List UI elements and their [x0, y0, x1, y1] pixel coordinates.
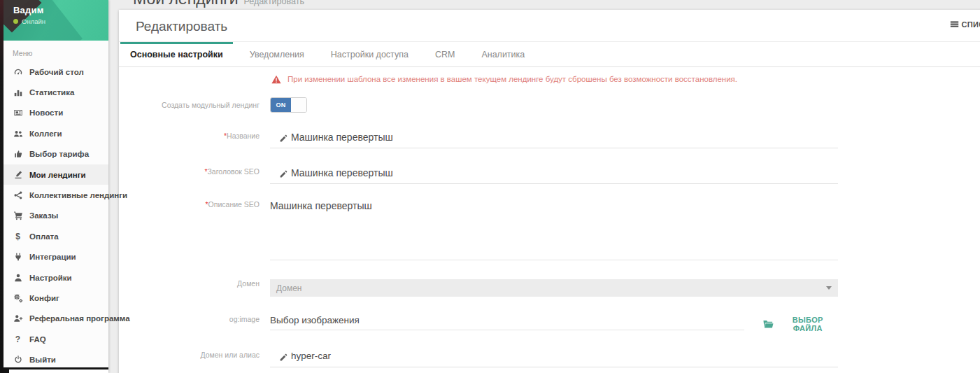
field-label: Создать модульный лендинг [119, 101, 264, 110]
warning-banner: При изменении шаблона все изменения в ва… [271, 73, 980, 85]
seo-description-textarea[interactable]: Машинка перевертыш [270, 200, 838, 260]
sidebar-footer [3, 367, 108, 373]
users-icon [13, 128, 23, 139]
modular-landing-row: Создать модульный лендинг ON [119, 97, 980, 113]
sidebar-item-label: FAQ [29, 335, 46, 344]
dollar-icon: $ [13, 232, 23, 241]
tab-label: Аналитика [481, 50, 525, 59]
sidebar-item-colleagues[interactable]: Коллеги [3, 123, 108, 143]
seo-title-row: *Заголовок SEO Машинка перевертыш [119, 167, 980, 184]
page-title: Мои лендинги [133, 0, 239, 8]
tab-label: Настройки доступа [331, 50, 409, 59]
og-image-row: og:image Выбор изображения ВЫБОР ФАЙЛА [119, 315, 980, 330]
page-subtitle: Редактировать [244, 0, 304, 6]
sidebar-item-settings[interactable]: Настройки [3, 267, 108, 288]
sidebar-item-news[interactable]: Новости [3, 103, 108, 123]
profile-status-label: Онлайн [22, 17, 45, 25]
pencil-icon [279, 134, 288, 143]
pencil-icon [279, 169, 288, 178]
user-icon [13, 272, 23, 283]
thumb-up-icon [13, 149, 23, 160]
sidebar-item-label: Мои лендинги [29, 171, 86, 179]
warning-icon [271, 75, 281, 84]
tab-crm[interactable]: CRM [425, 42, 464, 66]
tab-main-settings[interactable]: Основные настройки [120, 42, 233, 66]
profile-header[interactable]: Вадим Онлайн [3, 0, 108, 41]
tab-notifications[interactable]: Уведомления [240, 42, 314, 66]
card-header: Редактировать СПИСОК [119, 10, 980, 42]
card-title: Редактировать [136, 19, 227, 34]
gears-icon [13, 293, 23, 303]
sidebar-item-statistics[interactable]: Статистика [3, 82, 108, 102]
choose-file-label: ВЫБОР ФАЙЛА [778, 316, 839, 332]
pencil-icon [279, 353, 288, 362]
sidebar-item-referral[interactable]: Реферальная программа [3, 309, 108, 329]
domain-select-value: Домен [276, 283, 302, 293]
field-label: *Заголовок SEO [119, 167, 264, 184]
sidebar-item-faq[interactable]: ? FAQ [3, 329, 108, 349]
toggle-on-segment: ON [271, 98, 291, 112]
sidebar-item-label: Статистика [29, 88, 74, 97]
sidebar: Вадим Онлайн Меню Рабочий стол Статистик… [3, 0, 108, 373]
sidebar-item-label: Рабочий стол [29, 68, 84, 76]
sidebar-item-label: Конфиг [29, 294, 59, 302]
newspaper-icon [13, 108, 23, 118]
name-input[interactable]: Машинка перевертыш [270, 132, 838, 148]
sidebar-item-my-landings[interactable]: Мои лендинги [3, 164, 108, 185]
bar-chart-icon [13, 87, 23, 98]
plug-icon [13, 252, 23, 262]
sidebar-item-dashboard[interactable]: Рабочий стол [3, 62, 108, 82]
sidebar-item-orders[interactable]: Заказы [3, 206, 108, 226]
sidebar-footer-panel [9, 370, 108, 373]
seo-title-input[interactable]: Машинка перевертыш [270, 167, 838, 184]
sidebar-item-tariff[interactable]: Выбор тарифа [3, 144, 108, 164]
sidebar-item-label: Выбор тарифа [29, 150, 89, 158]
tab-analytics[interactable]: Аналитика [471, 42, 534, 66]
main-area: Мои лендингиРедактировать Редактировать … [108, 0, 980, 373]
form-content: При изменении шаблона все изменения в ва… [119, 67, 980, 367]
window-edge [0, 0, 3, 373]
power-icon [13, 355, 23, 365]
og-image-input[interactable]: Выбор изображения [270, 315, 744, 330]
name-row: *Название Машинка перевертыш [119, 132, 980, 148]
tab-label: Основные настройки [130, 50, 223, 59]
sidebar-item-label: Интеграции [29, 253, 76, 261]
edit-landing-icon [13, 169, 23, 180]
online-dot-icon [13, 19, 18, 24]
list-button-label: СПИСОК [962, 20, 980, 29]
sidebar-menu: Рабочий стол Статистика Новости Коллеги … [3, 62, 108, 370]
cart-icon [13, 211, 23, 221]
toggle-knob [291, 98, 306, 112]
tab-label: CRM [435, 50, 455, 59]
modular-landing-toggle[interactable]: ON [270, 97, 307, 113]
domain-row: Домен Домен [119, 279, 980, 297]
breadcrumb: Мои лендингиРедактировать [133, 0, 304, 8]
sidebar-item-config[interactable]: Конфиг [3, 288, 108, 308]
sidebar-item-label: Оплата [29, 232, 59, 241]
sidebar-item-label: Реферальная программа [29, 314, 130, 323]
sidebar-item-label: Новости [29, 108, 63, 117]
field-label: Домен [119, 279, 264, 297]
field-label: og:image [119, 315, 264, 330]
sidebar-item-collective-landings[interactable]: Коллективные лендинги [3, 185, 108, 205]
choose-file-button[interactable]: ВЫБОР ФАЙЛА [763, 316, 838, 332]
sidebar-item-payment[interactable]: $ Оплата [3, 226, 108, 246]
chevron-down-icon [826, 286, 832, 290]
sidebar-item-integrations[interactable]: Интеграции [3, 247, 108, 267]
sidebar-item-label: Коллективные лендинги [29, 191, 127, 199]
profile-status: Онлайн [13, 17, 45, 25]
dashboard-icon [13, 66, 23, 77]
seo-description-row: *Описание SEO Машинка перевертыш [119, 200, 980, 260]
question-icon: ? [13, 335, 23, 344]
warning-text: При изменении шаблона все изменения в ва… [287, 75, 737, 83]
list-button[interactable]: СПИСОК [950, 20, 980, 29]
domain-select[interactable]: Домен [270, 279, 838, 297]
profile-name: Вадим [13, 5, 43, 15]
field-label: *Название [119, 132, 264, 148]
tab-access-settings[interactable]: Настройки доступа [321, 42, 418, 66]
tab-label: Уведомления [250, 50, 304, 59]
field-label: Домен или алиас [119, 351, 264, 367]
folder-icon [763, 320, 774, 329]
list-icon [950, 20, 959, 29]
alias-input[interactable]: hyper-car [270, 351, 838, 367]
